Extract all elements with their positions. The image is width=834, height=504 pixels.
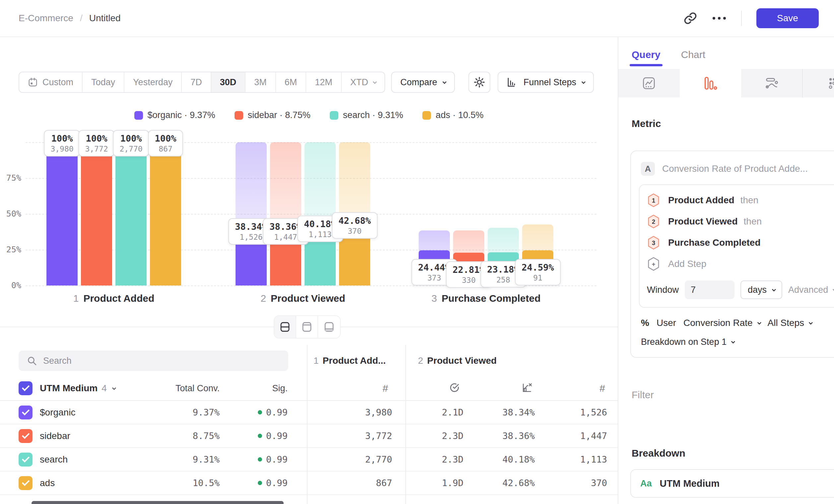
bar-step1-ads[interactable] [150, 142, 181, 285]
save-button[interactable]: Save [756, 8, 819, 28]
horizontal-scrollbar[interactable] [31, 501, 284, 504]
breakdown-on-step-dropdown[interactable]: Breakdown on Step 1 [641, 337, 834, 347]
bar-value-label[interactable]: 42.68%370 [332, 212, 377, 239]
legend-item-ads[interactable]: ads · 10.5% [422, 110, 483, 120]
tab-flows[interactable] [741, 69, 803, 97]
range-yesterday[interactable]: Yesterday [125, 72, 182, 92]
tab-funnels[interactable] [680, 69, 741, 97]
bar-value-label[interactable]: 100%867 [148, 130, 183, 157]
bar-step1-organic[interactable] [46, 142, 78, 285]
table-only-view-button[interactable] [318, 316, 340, 338]
row-name: sidebar [34, 431, 117, 441]
step1-count-column-icon[interactable]: # [307, 383, 405, 394]
split-view-button[interactable] [275, 316, 296, 338]
legend-item-search[interactable]: search · 9.31% [330, 110, 403, 120]
select-all-checkbox[interactable] [19, 381, 32, 395]
range-xtd[interactable]: XTD [342, 72, 385, 92]
bar-value-label[interactable]: 100%3,980 [44, 130, 80, 157]
chart-only-view-button[interactable] [296, 316, 318, 338]
breadcrumb-project[interactable]: E-Commerce [19, 13, 73, 24]
breadcrumb-separator: / [80, 13, 83, 24]
chevron-down-icon [833, 287, 834, 292]
table-row-organic[interactable]: $organic9.37%0.993,9802.1D38.34%1,526 [0, 401, 618, 425]
bar-value-label[interactable]: 100%2,770 [113, 130, 149, 157]
range-6m[interactable]: 6M [276, 72, 307, 92]
svg-text:+: + [652, 261, 656, 268]
compare-button[interactable]: Compare [391, 72, 455, 93]
avg-time-icon [449, 382, 460, 393]
counting-method[interactable]: User [657, 318, 676, 328]
breadcrumb-report-title[interactable]: Untitled [89, 13, 121, 24]
total-conv-header[interactable]: Total Conv. [117, 383, 220, 394]
row-checkbox[interactable] [19, 406, 32, 419]
legend-item-organic[interactable]: $organic · 9.37% [134, 110, 215, 120]
range-12m[interactable]: 12M [306, 72, 342, 92]
table-row-sidebar[interactable]: sidebar8.75%0.993,7722.3D38.36%1,447 [0, 425, 618, 448]
row-checkbox[interactable] [19, 429, 32, 443]
table-step1-header: 1Product Add... [307, 356, 405, 366]
share-link-button[interactable] [683, 11, 697, 25]
funnel-step-1[interactable]: 1Product Addedthen [647, 190, 834, 211]
search-input[interactable] [43, 356, 280, 366]
more-menu-button[interactable] [712, 16, 726, 20]
funnels-icon [703, 76, 718, 91]
y-axis-tick: 75% [0, 173, 21, 183]
bottom-pane-view-icon [324, 322, 335, 332]
measure-dropdown[interactable]: Conversion Rate [683, 318, 760, 328]
sig-dot-icon [258, 481, 262, 485]
row-step2-count: 1,447 [545, 431, 618, 441]
window-value-input[interactable] [685, 280, 734, 299]
add-step-button[interactable]: +Add Step [647, 253, 834, 275]
chevron-down-icon [581, 79, 586, 84]
chart-settings-button[interactable] [468, 72, 490, 93]
range-custom[interactable]: Custom [19, 72, 83, 92]
search-icon [26, 356, 37, 366]
step2-count-column-icon[interactable]: # [545, 383, 618, 394]
step2-time-column-icon[interactable] [405, 382, 474, 395]
range-3m[interactable]: 3M [245, 72, 276, 92]
tab-chart[interactable]: Chart [681, 49, 705, 66]
funnel-step-2[interactable]: 2Product Viewedthen [647, 211, 834, 232]
range-30d[interactable]: 30D [211, 72, 246, 92]
bar-value-label[interactable]: 100%3,772 [78, 130, 114, 157]
steps-scope-dropdown[interactable]: All Steps [768, 318, 812, 328]
window-unit-select[interactable]: days [741, 280, 782, 299]
ellipsis-icon [712, 16, 726, 20]
funnel-chart: 0%25%50%75%100%3,980100%3,772100%2,77010… [31, 142, 594, 308]
range-today[interactable]: Today [83, 72, 125, 92]
sig-dot-icon [258, 410, 262, 414]
funnel-step-3[interactable]: 3Purchase Completed [647, 232, 834, 253]
tab-retention[interactable] [802, 69, 834, 97]
top-bar: E-Commerce / Untitled Save [0, 0, 834, 37]
step2-conv-column-icon[interactable] [474, 382, 545, 395]
range-7d[interactable]: 7D [182, 72, 211, 92]
row-checkbox[interactable] [19, 476, 32, 490]
table-search[interactable] [19, 350, 288, 371]
retention-icon [827, 76, 834, 90]
date-range-segmented-control: CustomTodayYesterday7D30D3M6M12MXTD [19, 72, 385, 93]
bar-value-label[interactable]: 24.59%91 [515, 259, 561, 285]
sig-header[interactable]: Sig. [220, 383, 288, 394]
bar-step1-sidebar[interactable] [81, 142, 112, 285]
tab-query[interactable]: Query [632, 49, 660, 66]
y-axis-tick: 0% [0, 280, 21, 290]
tab-insights[interactable] [618, 69, 680, 97]
chart-type-selector[interactable]: Funnel Steps [498, 72, 594, 93]
layout-view-toggle [274, 315, 341, 339]
svg-text:1: 1 [652, 197, 655, 204]
row-total-conv: 10.5% [117, 478, 220, 488]
advanced-toggle[interactable]: Advanced [788, 285, 834, 295]
row-checkbox[interactable] [19, 453, 32, 466]
row-significance: 0.99 [220, 454, 288, 464]
breakdown-column-header[interactable]: UTM Medium4 [34, 383, 117, 394]
hash-icon: # [382, 383, 388, 394]
chevron-down-icon [772, 287, 776, 292]
bar-step1-search[interactable] [115, 142, 147, 285]
breakdown-item[interactable]: Aa UTM Medium [630, 469, 834, 498]
table-row-ads[interactable]: ads10.5%0.998671.9D42.68%370 [0, 472, 618, 495]
metric-title-row[interactable]: A Conversion Rate of Product Adde... [639, 160, 834, 176]
legend-item-sidebar[interactable]: sidebar · 8.75% [235, 110, 310, 120]
table-row-search[interactable]: search9.31%0.992,7702.3D40.18%1,113 [0, 448, 618, 472]
row-step2-time: 2.1D [405, 407, 474, 417]
row-step2-conv: 42.68% [474, 478, 545, 488]
